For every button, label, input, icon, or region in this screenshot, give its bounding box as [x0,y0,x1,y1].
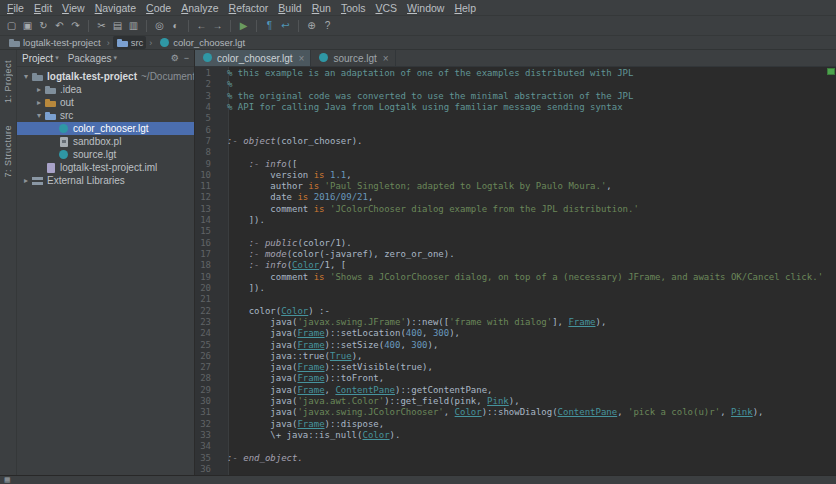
save-all-icon[interactable]: ▣ [20,18,35,33]
redo-icon[interactable]: ↷ [68,18,83,33]
code-text[interactable]: java('java.awt.Color')::get_field(pink, … [220,396,520,407]
code-text[interactable]: ]). [220,215,265,226]
undo-icon[interactable]: ↶ [52,18,67,33]
inspection-status-indicator[interactable] [827,68,835,75]
help-icon[interactable]: ? [320,18,335,33]
code-editor[interactable]: 1% this example is an adaptation of one … [195,68,828,475]
code-text[interactable]: java::true(True), [220,351,362,362]
line-number[interactable]: 33 [195,430,220,441]
line-number[interactable]: 27 [195,362,220,373]
code-text[interactable] [220,464,227,475]
line-number[interactable]: 7 [195,136,220,147]
line-number[interactable]: 28 [195,373,220,384]
line-number[interactable]: 4 [195,102,220,113]
code-text[interactable]: java('javax.swing.JFrame')::new(['frame … [220,317,606,328]
menu-item-window[interactable]: Window [402,2,449,14]
panel-tab-packages[interactable]: Packages▾ [68,53,117,64]
menu-item-view[interactable]: View [57,2,90,14]
tree-item-idea[interactable]: ▸.idea [17,83,194,96]
code-text[interactable]: comment is 'JColorChooser dialog example… [220,204,639,215]
chevron-expanded-icon[interactable]: ▾ [34,111,44,120]
line-number[interactable]: 23 [195,317,220,328]
line-number[interactable]: 2 [195,79,220,90]
chevron-collapsed-icon[interactable]: ▸ [21,176,31,185]
breadcrumb-color-chooser-lgt[interactable]: color_chooser.lgt [155,36,248,49]
replace-icon[interactable]: ◐ [168,18,183,33]
line-number[interactable]: 5 [195,113,220,124]
menu-item-code[interactable]: Code [141,2,176,14]
open-project-icon[interactable]: ▢ [4,18,19,33]
menu-item-refactor[interactable]: Refactor [224,2,274,14]
code-text[interactable]: % the original code was converted to use… [220,91,633,102]
code-text[interactable]: :- info([ [220,159,297,170]
code-text[interactable]: % [220,79,232,90]
tree-item-logtalk-test-project-iml[interactable]: logtalk-test-project.iml [17,161,194,174]
chevron-collapsed-icon[interactable]: ▸ [34,98,44,107]
code-text[interactable]: :- mode(color(-javaref), zero_or_one). [220,249,455,260]
tree-item-sandbox-pl[interactable]: sandbox.pl [17,135,194,148]
forward-icon[interactable]: → [210,18,225,33]
settings-icon[interactable]: ⚙ [171,53,179,63]
editor-area[interactable]: 1% this example is an adaptation of one … [195,67,836,475]
tool-strip-button-1-project[interactable]: 1: Project [3,60,13,103]
soft-wrap-icon[interactable]: ↩ [278,18,293,33]
code-text[interactable] [220,226,227,237]
code-text[interactable] [220,294,227,305]
line-number[interactable]: 12 [195,192,220,203]
line-number[interactable]: 25 [195,340,220,351]
line-number[interactable]: 11 [195,181,220,192]
code-text[interactable]: date is 2016/09/21, [220,192,373,203]
hide-panel-icon[interactable]: − [184,53,189,63]
code-text[interactable] [220,441,227,452]
settings-icon[interactable]: ⊕ [304,18,319,33]
copy-icon[interactable]: ▤ [110,18,125,33]
synchronize-icon[interactable]: ↻ [36,18,51,33]
line-number[interactable]: 31 [195,407,220,418]
tool-strip-button-7-structure[interactable]: 7: Structure [3,125,13,178]
menu-item-file[interactable]: File [2,2,29,14]
code-text[interactable]: java(Frame)::setLocation(400, 300), [220,328,460,339]
code-text[interactable]: java('javax.swing.JColorChooser', Color)… [220,407,764,418]
line-number[interactable]: 35 [195,453,220,464]
code-text[interactable]: :- info(Color/1, [ [220,260,346,271]
code-text[interactable]: :- public(color/1). [220,238,352,249]
back-icon[interactable]: ← [194,18,209,33]
line-number[interactable]: 9 [195,159,220,170]
code-text[interactable] [220,125,227,136]
menu-item-analyze[interactable]: Analyze [176,2,223,14]
line-number[interactable]: 26 [195,351,220,362]
code-text[interactable] [220,147,227,158]
breadcrumb-src[interactable]: src [113,36,147,49]
code-text[interactable]: \+ java::is_null(Color). [220,430,400,441]
cut-icon[interactable]: ✂ [94,18,109,33]
tree-item-source-lgt[interactable]: source.lgt [17,148,194,161]
menu-item-navigate[interactable]: Navigate [90,2,141,14]
code-text[interactable]: java(Frame)::dispose, [220,419,384,430]
chevron-collapsed-icon[interactable]: ▸ [34,85,44,94]
code-text[interactable]: java(Frame, ContentPane)::getContentPane… [220,385,493,396]
line-number[interactable]: 3 [195,91,220,102]
paste-icon[interactable]: ▥ [126,18,141,33]
line-number[interactable]: 17 [195,249,220,260]
tree-item-src[interactable]: ▾src [17,109,194,122]
line-number[interactable]: 15 [195,226,220,237]
breadcrumb-logtalk-test-project[interactable]: logtalk-test-project [5,36,104,49]
line-number[interactable]: 30 [195,396,220,407]
editor-tab-color-chooser-lgt[interactable]: color_chooser.lgt× [195,50,311,66]
tree-item-external-libraries[interactable]: ▸External Libraries [17,174,194,187]
code-text[interactable]: :- object(color_chooser). [220,136,362,147]
code-text[interactable]: comment is 'Shows a JColorChooser dialog… [220,272,823,283]
menu-item-run[interactable]: Run [307,2,336,14]
line-number[interactable]: 20 [195,283,220,294]
code-text[interactable]: version is 1.1, [220,170,352,181]
line-number[interactable]: 13 [195,204,220,215]
code-text[interactable]: color(Color) :- [220,306,330,317]
code-text[interactable]: :- end_object. [220,453,303,464]
line-number[interactable]: 18 [195,260,220,271]
chevron-expanded-icon[interactable]: ▾ [21,72,31,81]
panel-tab-project[interactable]: Project▾ [22,53,59,64]
line-number[interactable]: 34 [195,441,220,452]
code-text[interactable]: java(Frame)::setSize(400, 300), [220,340,438,351]
menu-item-tools[interactable]: Tools [336,2,371,14]
line-number[interactable]: 24 [195,328,220,339]
